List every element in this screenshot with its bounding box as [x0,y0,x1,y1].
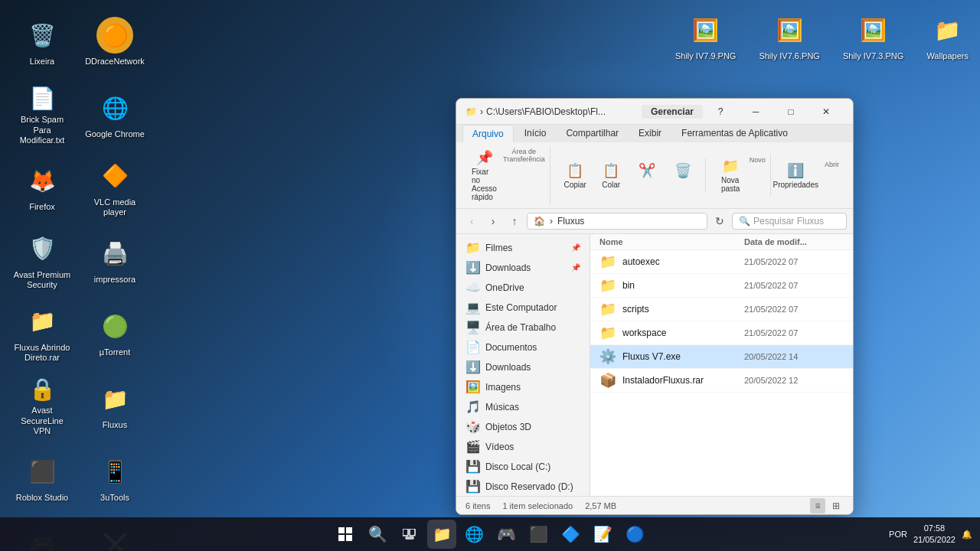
desktop-icon-fluxus-abr[interactable]: 📁 Fluxus Abrindo Direto.rar [8,298,77,367]
nav-disco-d[interactable]: 💾 Disco Reservado (D:) [459,477,586,496]
file-row-instalador[interactable]: 📦 InstaladorFluxus.rar 20/05/2022 12 [590,369,853,393]
utorrent-icon: 🟢 [96,308,133,344]
file-row-autoexec[interactable]: 📁 autoexec 21/05/2022 07 [590,250,853,274]
title-bar-path: 📁 › C:\Users\FABIO\Desktop\Fl... [466,106,642,117]
notepad-taskbar[interactable]: 📝 [588,520,617,549]
instalador-icon: 📦 [599,372,616,389]
maximize-button[interactable]: □ [773,99,808,125]
propriedades-button[interactable]: ℹ️ Propriedades [779,160,813,191]
start-button[interactable] [331,520,360,549]
edge-taskbar[interactable]: 🌐 [459,520,488,549]
delete-button[interactable]: 🗑️ [666,160,701,191]
nav-imagens[interactable]: 🖼️ Imagens [459,377,586,396]
nav-musicas[interactable]: 🎵 Músicas [459,397,586,416]
search-taskbar-button[interactable]: 🔍 [363,520,392,549]
desktop-icon-chrome[interactable]: 🌐 Google Chrome [80,80,149,149]
taskbar: 🔍 📁 🌐 🎮 ⬛ 🔷 📝 🔵 POR 07:58 21/05/2022 [0,517,980,551]
nav-documentos[interactable]: 📄 Documentos [459,337,586,357]
workspace-icon: 📁 [599,324,616,341]
nav-downloads[interactable]: ⬇️ Downloads [459,357,586,377]
copiar-button[interactable]: 📋 Copiar [558,160,593,191]
search-box[interactable]: 🔍 Pesquisar Fluxus [732,213,847,230]
desktop-icon-shily73[interactable]: 🖼️ Shily IV7.3.PNG [839,8,907,65]
task-view-button[interactable] [395,520,424,549]
svg-rect-5 [410,529,415,536]
colar-button[interactable]: 📋 Colar [594,160,629,191]
col-date-header[interactable]: Data de modif... [744,237,844,246]
tab-ferramentas[interactable]: Ferramentas de Aplicativo [672,125,797,142]
refresh-button[interactable]: ↻ [710,212,729,230]
game-taskbar[interactable]: 🎮 [492,520,521,549]
desktop-icon-shily79[interactable]: 🖼️ Shily IV7.9.PNG [671,8,740,65]
desktop-icon-vlc[interactable]: 🔶 VLC media player [80,153,149,222]
colar-label: Colar [602,181,620,189]
file-row-bin[interactable]: 📁 bin 21/05/2022 07 [590,274,853,298]
view-large-button[interactable]: ⊞ [828,498,844,514]
shift-taskbar[interactable]: ⬛ [524,520,553,549]
file-row-scripts[interactable]: 📁 scripts 21/05/2022 07 [590,298,853,321]
file-row-workspace[interactable]: 📁 workspace 21/05/2022 07 [590,321,853,345]
svg-rect-0 [338,527,345,533]
up-button[interactable]: ↑ [505,212,524,230]
file-row-fluxus-exe[interactable]: ⚙️ Fluxus V7.exe 20/05/2022 14 [590,345,853,369]
nav-area-trabalho[interactable]: 🖥️ Área de Trabalho [459,318,586,337]
desktop-icon-roblox-studio[interactable]: ⬛ Roblox Studio [8,444,77,513]
desktop-icon-avast[interactable]: 🛡️ Avast Premium Security [8,226,77,295]
nav-videos[interactable]: 🎬 Vídeos [459,437,586,456]
desktop-icon-ddrace[interactable]: 🟠 DDraceNetwork [80,8,149,77]
nav-downloads-quick[interactable]: ⬇️ Downloads 📌 [459,258,586,277]
scripts-name: scripts [622,304,744,315]
col-nome-header[interactable]: Nome [599,237,744,246]
area-trabalho-icon: 🖥️ [466,320,481,334]
desktop-icon-utorrent[interactable]: 🟢 µTorrent [80,298,149,367]
address-path[interactable]: 🏠 › Fluxus [527,213,707,230]
nav-filmes[interactable]: 📁 Filmes 📌 [459,238,586,257]
desktop-icon-lixeira[interactable]: 🗑️ Lixeira [8,8,77,77]
nav-objetos-3d[interactable]: 🎲 Objetos 3D [459,417,586,436]
fixar-icon: 📌 [476,149,493,166]
desktop-icon-fluxus[interactable]: 📁 Fluxus [80,371,149,440]
desktop-icon-3utools[interactable]: 📱 3uTools [80,444,149,513]
roblox-studio-icon: ⬛ [24,453,60,490]
status-count: 6 itens [466,501,490,510]
nav-este-computador[interactable]: 💻 Este Computador [459,298,586,317]
notification-icon[interactable]: 🔔 [962,530,972,540]
desktop-icons-top-right: 🖼️ Shily IV7.9.PNG 🖼️ Shily IV7.6.PNG 🖼️… [671,8,972,65]
avast-icon: 🛡️ [24,230,60,267]
sapp-taskbar[interactable]: 🔷 [556,520,585,549]
desktop-icon-shily76[interactable]: 🖼️ Shily IV7.6.PNG [755,8,823,65]
tab-arquivo[interactable]: Arquivo [462,125,514,142]
tab-exibir[interactable]: Exibir [629,125,671,142]
scripts-icon: 📁 [599,301,616,318]
nova-pasta-button[interactable]: 📁 Novapasta [714,155,748,195]
back-button[interactable]: ‹ [462,212,481,230]
desktop-icon-avast-sec[interactable]: 🔒 Avast SecureLine VPN [8,371,77,440]
musicas-nav-label: Músicas [485,402,519,412]
area-trabalho-label: Área de Trabalho [485,322,556,333]
chrome-taskbar[interactable]: 🔵 [620,520,649,549]
cut-button[interactable]: ✂️ [630,160,665,191]
disco-d-label: Disco Reservado (D:) [485,481,573,492]
autoexec-name: autoexec [622,256,744,267]
help-button[interactable]: ? [703,99,738,125]
desktop-icon-brick[interactable]: 📄 Brick Spam Para Modificar.txt [8,80,77,149]
shily79-label: Shily IV7.9.PNG [675,51,736,61]
desktop-icon-firefox[interactable]: 🦊 Firefox [8,153,77,222]
nav-onedrive[interactable]: ☁️ OneDrive [459,278,586,297]
window-controls: ? ─ □ ✕ [703,99,844,125]
tab-inicio[interactable]: Início [515,125,556,142]
3utools-icon: 📱 [96,453,133,490]
desktop-icon-impressora[interactable]: 🖨️ impressora [80,226,149,295]
desktop-icon-wallpapers[interactable]: 📁 Wallpapers [923,8,972,65]
close-button[interactable]: ✕ [808,99,844,125]
shily76-label: Shily IV7.6.PNG [759,51,819,61]
bin-date: 21/05/2022 07 [744,281,844,290]
tab-compartilhar[interactable]: Compartilhar [557,125,628,142]
minimize-button[interactable]: ─ [738,99,773,125]
fixar-acesso-button[interactable]: 📌 Fixar noAcesso rápido [467,147,501,204]
forward-button[interactable]: › [484,212,502,230]
file-explorer-taskbar[interactable]: 📁 [427,520,456,549]
nav-disco-c[interactable]: 💾 Disco Local (C:) [459,457,586,476]
view-details-button[interactable]: ≡ [810,498,825,514]
title-bar-label: Gerenciar [642,105,703,119]
